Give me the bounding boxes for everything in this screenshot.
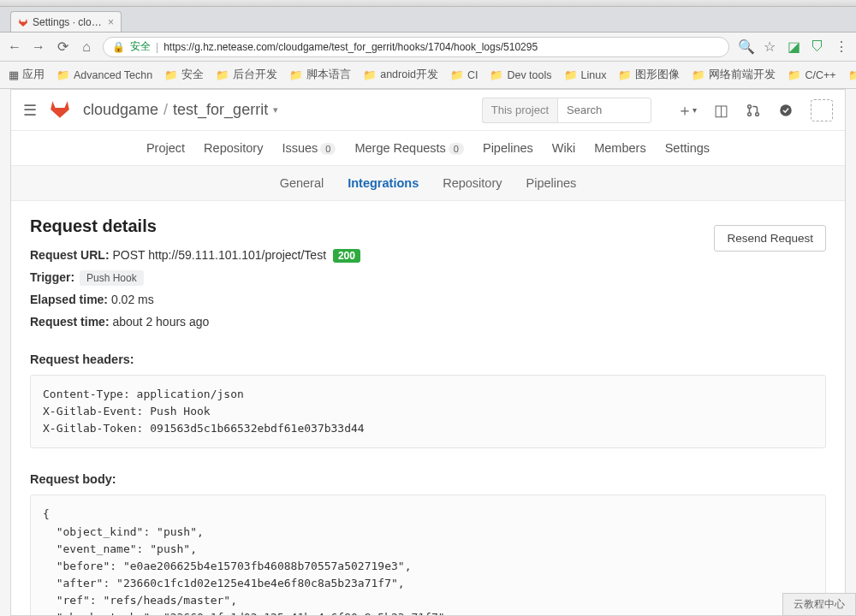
avatar[interactable] — [811, 99, 833, 121]
elapsed-value: 0.02 ms — [111, 293, 154, 306]
shield-icon[interactable]: ⛉ — [810, 39, 825, 55]
request-body-block: { "object_kind": "push", "event_name": "… — [30, 495, 826, 615]
svg-point-3 — [780, 104, 792, 116]
nav-members[interactable]: Members — [594, 141, 645, 155]
reload-icon[interactable]: ⟳ — [55, 38, 70, 55]
subnav-integrations[interactable]: Integrations — [348, 176, 419, 190]
nav-wiki[interactable]: Wiki — [552, 141, 575, 155]
request-headers-block: Content-Type: application/json X-Gitlab-… — [30, 375, 826, 448]
settings-subnav: General Integrations Repository Pipeline… — [11, 165, 845, 201]
secure-label: 安全 — [130, 39, 151, 54]
request-headers-title: Request headers: — [30, 352, 826, 366]
home-icon[interactable]: ⌂ — [79, 39, 94, 55]
search-scope[interactable]: This project — [482, 98, 557, 123]
url-box[interactable]: 🔒 安全 | https://g.hz.netease.com/cloudgam… — [103, 37, 729, 57]
search-input[interactable] — [557, 98, 651, 123]
elapsed-row: Elapsed time: 0.02 ms — [30, 293, 826, 306]
request-url-row: Request URL: POST http://59.111.101.101/… — [30, 248, 826, 262]
footer-watermark: 云教程中心 — [782, 593, 856, 616]
bookmark-item[interactable]: 📁C/C++ — [788, 68, 835, 81]
bookmark-item[interactable]: 📁网络前端开发 — [692, 68, 776, 82]
address-bar: ← → ⟳ ⌂ 🔒 安全 | https://g.hz.netease.com/… — [0, 33, 856, 62]
breadcrumb[interactable]: cloudgame / test_for_gerrit ▾ — [83, 101, 278, 119]
subnav-general[interactable]: General — [280, 176, 324, 190]
nav-settings[interactable]: Settings — [665, 141, 710, 155]
issues-icon[interactable]: ◫ — [714, 101, 728, 120]
breadcrumb-namespace[interactable]: cloudgame — [83, 101, 158, 119]
bookmark-bar: ▦ 应用 📁Advanced Techn 📁安全 📁后台开发 📁脚本语言 📁an… — [0, 62, 856, 89]
star-icon[interactable]: ☆ — [762, 38, 777, 55]
nav-project[interactable]: Project — [146, 141, 185, 155]
tab-title: Settings · cloudgam — [33, 16, 104, 28]
browser-tab[interactable]: Settings · cloudgam × — [10, 11, 122, 32]
nav-merge-requests[interactable]: Merge Requests0 — [354, 141, 464, 155]
page-title: Request details — [30, 216, 826, 236]
nav-issues[interactable]: Issues0 — [282, 141, 336, 155]
request-body-title: Request body: — [30, 472, 826, 486]
gitlab-favicon — [18, 17, 28, 27]
browser-tabbar: Settings · cloudgam × — [0, 7, 856, 33]
subnav-pipelines[interactable]: Pipelines — [526, 176, 577, 190]
gitlab-logo-icon[interactable] — [49, 98, 71, 122]
subnav-repository[interactable]: Repository — [443, 176, 502, 190]
request-time-value: about 2 hours ago — [112, 315, 209, 329]
zoom-icon[interactable]: 🔍 — [738, 38, 753, 55]
project-nav: Project Repository Issues0 Merge Request… — [11, 131, 845, 165]
nav-repository[interactable]: Repository — [204, 141, 263, 155]
bookmark-item[interactable]: 📁后台开发 — [216, 68, 277, 82]
bookmark-item[interactable]: 📁CI — [450, 68, 479, 81]
nav-pipelines[interactable]: Pipelines — [483, 141, 533, 155]
trigger-row: Trigger: Push Hook — [30, 270, 826, 284]
breadcrumb-project[interactable]: test_for_gerrit — [173, 101, 268, 119]
bookmark-item[interactable]: 📁脚本语言 — [289, 68, 351, 82]
bookmark-item[interactable]: 📁安全 — [164, 68, 204, 82]
svg-point-2 — [756, 112, 759, 116]
hamburger-icon[interactable]: ☰ — [23, 101, 37, 120]
chevron-down-icon[interactable]: ▾ — [273, 104, 278, 116]
merge-requests-icon[interactable] — [746, 103, 761, 118]
plus-icon[interactable]: ＋▾ — [677, 100, 697, 121]
status-badge: 200 — [333, 249, 360, 263]
issues-count: 0 — [320, 143, 336, 155]
svg-point-1 — [748, 112, 752, 116]
bookmark-item[interactable]: 📁Linux — [564, 68, 607, 81]
back-icon[interactable]: ← — [7, 39, 22, 55]
bookmark-item[interactable]: 📁Advanced Techn — [56, 68, 152, 81]
url-text: https://g.hz.netease.com/cloudgame/test_… — [163, 41, 538, 53]
bookmark-item[interactable]: 📁Blogs — [848, 68, 856, 81]
mr-count: 0 — [449, 143, 464, 155]
svg-point-0 — [748, 104, 752, 108]
resend-request-button[interactable]: Resend Request — [714, 225, 826, 252]
bookmark-item[interactable]: 📁Dev tools — [490, 68, 551, 81]
content-area: Resend Request Request details Request U… — [11, 201, 845, 615]
request-url-value: POST http://59.111.101.101/project/Test — [112, 248, 326, 262]
bookmark-item[interactable]: 📁图形图像 — [618, 68, 680, 82]
bookmark-item[interactable]: 📁android开发 — [363, 68, 438, 82]
apps-icon[interactable]: ▦ 应用 — [9, 68, 45, 82]
close-tab-icon[interactable]: × — [108, 16, 114, 28]
todos-icon[interactable] — [778, 103, 794, 118]
gitlab-topbar: ☰ cloudgame / test_for_gerrit ▾ This pro… — [11, 90, 845, 131]
trigger-value: Push Hook — [80, 270, 144, 286]
forward-icon[interactable]: → — [31, 39, 46, 55]
request-time-row: Request time: about 2 hours ago — [30, 315, 826, 329]
menu-icon[interactable]: ⋮ — [834, 38, 849, 55]
ext-icon[interactable]: ◪ — [786, 38, 801, 55]
lock-icon: 🔒 — [112, 41, 125, 53]
